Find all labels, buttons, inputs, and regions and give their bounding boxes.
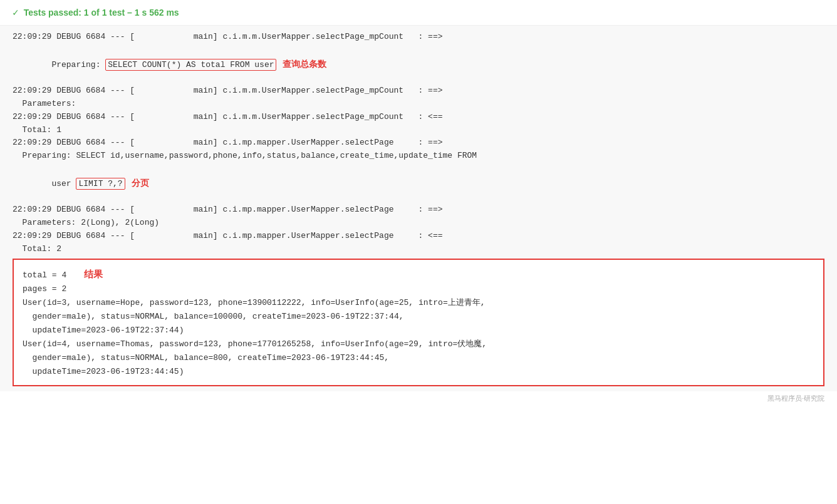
- main-container: ✓ Tests passed: 1 of 1 test – 1 s 562 ms…: [0, 0, 837, 504]
- limit-annotation: 分页: [132, 178, 149, 188]
- log-line-3: 22:09:29 DEBUG 6684 --- [ main] c.i.m.m.…: [13, 85, 824, 98]
- log-line-7: 22:09:29 DEBUG 6684 --- [ main] c.i.mp.m…: [13, 136, 824, 150]
- count-annotation: 查询总条数: [283, 59, 326, 69]
- log-line-10: 22:09:29 DEBUG 6684 --- [ main] c.i.mp.m…: [13, 203, 824, 217]
- result-annotation: 结果: [84, 269, 103, 279]
- log-preparing-select: Preparing: SELECT id,username,password,p…: [13, 150, 824, 163]
- preparing-prefix: Preparing:: [42, 60, 105, 69]
- log-preparing-count: Preparing: SELECT COUNT(*) AS total FROM…: [13, 44, 824, 85]
- result-line-user3-cont2: updateTime=2023-06-19T22:37:44): [23, 326, 184, 335]
- log-line-13: Total: 2: [13, 243, 824, 256]
- log-line-11: Parameters: 2(Long), 2(Long): [13, 217, 824, 230]
- result-line-total: total = 4: [23, 270, 66, 280]
- result-line-user3-cont1: gender=male), status=NORMAL, balance=100…: [23, 312, 404, 321]
- log-area: 22:09:29 DEBUG 6684 --- [ main] c.i.m.m.…: [0, 26, 837, 391]
- result-line-user4: User(id=4, username=Thomas, password=123…: [23, 339, 487, 349]
- test-result-text: Tests passed: 1 of 1 test – 1 s 562 ms: [24, 8, 179, 18]
- result-line-user4-cont2: updateTime=2023-06-19T23:44:45): [23, 367, 184, 376]
- result-line-user3: User(id=3, username=Hope, password=123, …: [23, 298, 486, 307]
- result-line-pages: pages = 2: [23, 284, 66, 294]
- log-line-12: 22:09:29 DEBUG 6684 --- [ main] c.i.mp.m…: [13, 230, 824, 243]
- check-icon: ✓: [13, 6, 19, 19]
- test-banner: ✓ Tests passed: 1 of 1 test – 1 s 562 ms: [0, 0, 837, 26]
- log-line-5: 22:09:29 DEBUG 6684 --- [ main] c.i.m.m.…: [13, 111, 824, 124]
- footer: 黑马程序员·研究院: [0, 391, 837, 406]
- user-prefix: user: [42, 179, 76, 188]
- log-line-6: Total: 1: [13, 124, 824, 137]
- result-line-user4-cont1: gender=male), status=NORMAL, balance=800…: [23, 353, 389, 363]
- log-line-1: 22:09:29 DEBUG 6684 --- [ main] c.i.m.m.…: [13, 31, 824, 44]
- log-limit: user LIMIT ?,?分页: [13, 163, 824, 203]
- sql-count-highlight: SELECT COUNT(*) AS total FROM user: [105, 59, 276, 71]
- result-section: total = 4 结果 pages = 2 User(id=3, userna…: [13, 259, 824, 387]
- sql-limit-highlight: LIMIT ?,?: [76, 178, 125, 190]
- log-line-4: Parameters:: [13, 98, 824, 111]
